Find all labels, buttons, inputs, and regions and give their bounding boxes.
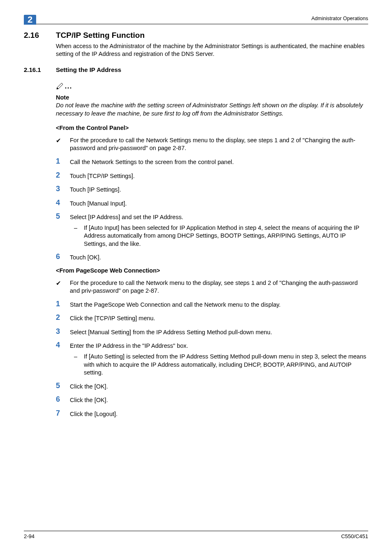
section-b-heading: <From PageScope Web Connection>: [56, 267, 368, 275]
step-number: 6: [56, 395, 70, 405]
chapter-number-badge: 2: [24, 15, 36, 25]
step-text: Click the [OK].: [70, 382, 368, 391]
header-rule: [24, 24, 368, 24]
checkmark-icon: ✔: [56, 136, 70, 153]
step-text: Click the [TCP/IP Setting] menu.: [70, 314, 368, 323]
step-text: Touch [OK].: [70, 253, 368, 262]
dash-icon: –: [74, 224, 84, 248]
dash-icon: –: [74, 353, 84, 377]
step-number: 5: [56, 382, 70, 391]
step-text: Select [Manual Setting] from the IP Addr…: [70, 328, 368, 337]
step-number: 5: [56, 213, 70, 248]
footer-rule: [24, 531, 368, 531]
footer-page-number: 2-94: [24, 533, 35, 540]
h3-number: 2.16.1: [24, 66, 56, 74]
checkmark-icon: ✔: [56, 279, 70, 295]
step-number: 2: [56, 171, 70, 180]
step-text: Start the PageScope Web Connection and c…: [70, 300, 368, 309]
note-icon: [56, 81, 72, 93]
section-a-prereq: For the procedure to call the Network Se…: [70, 136, 368, 153]
step-number: 4: [56, 199, 70, 208]
intro-paragraph: When access to the Administrator of the …: [56, 42, 368, 58]
section-b-prereq: For the procedure to call the Network me…: [70, 279, 368, 295]
step-text: Click the [Logout].: [70, 409, 368, 419]
step-number: 2: [56, 314, 70, 323]
section-a-heading: <From the Control Panel>: [56, 124, 368, 132]
note-label: Note: [56, 94, 368, 102]
note-body: Do not leave the machine with the settin…: [56, 102, 368, 118]
step-number: 3: [56, 328, 70, 337]
step-text: Click the [OK].: [70, 395, 368, 405]
step-text: Touch [TCP/IP Settings].: [70, 171, 368, 180]
step-subtext: If [Auto Input] has been selected for IP…: [84, 224, 368, 248]
step-number: 6: [56, 253, 70, 262]
step-number: 1: [56, 300, 70, 309]
svg-point-2: [70, 88, 71, 89]
svg-point-1: [68, 88, 69, 89]
h2-title: TCP/IP Setting Function: [56, 30, 368, 41]
step-subtext: If [Auto Setting] is selected from the I…: [84, 353, 368, 377]
step-text: Enter the IP Address in the "IP Address"…: [70, 342, 188, 349]
h3-title: Setting the IP Address: [56, 66, 368, 74]
h2-number: 2.16: [24, 30, 56, 41]
header-section-name: Administrator Operations: [311, 15, 368, 22]
step-text: Call the Network Settings to the screen …: [70, 157, 368, 166]
step-number: 1: [56, 157, 70, 166]
step-number: 7: [56, 409, 70, 419]
step-text: Touch [IP Settings].: [70, 185, 368, 194]
step-number: 4: [56, 341, 70, 377]
step-number: 3: [56, 185, 70, 194]
footer-model: C550/C451: [341, 533, 368, 540]
step-text: Touch [Manual Input].: [70, 199, 368, 208]
svg-point-0: [65, 88, 67, 89]
step-text: Select [IP Address] and set the IP Addre…: [70, 214, 183, 220]
